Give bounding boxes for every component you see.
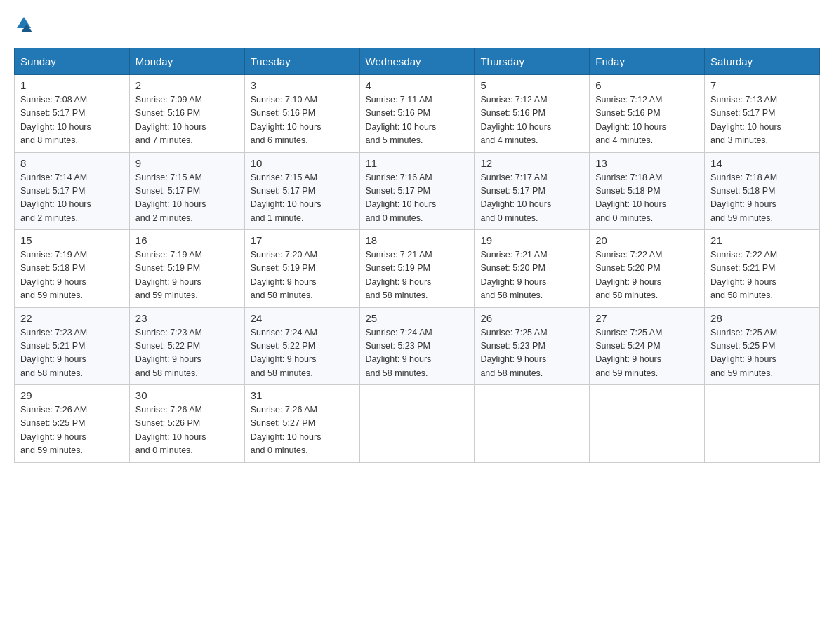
calendar-cell: 24 Sunrise: 7:24 AMSunset: 5:22 PMDaylig… bbox=[244, 307, 359, 385]
day-number: 29 bbox=[20, 389, 124, 401]
day-number: 10 bbox=[251, 157, 354, 169]
day-number: 2 bbox=[135, 79, 239, 91]
day-number: 4 bbox=[366, 79, 469, 91]
day-info: Sunrise: 7:15 AMSunset: 5:17 PMDaylight:… bbox=[251, 173, 322, 223]
day-number: 15 bbox=[20, 234, 124, 246]
day-number: 11 bbox=[366, 157, 469, 169]
calendar-cell: 6 Sunrise: 7:12 AMSunset: 5:16 PMDayligh… bbox=[590, 75, 705, 153]
day-info: Sunrise: 7:19 AMSunset: 5:18 PMDaylight:… bbox=[20, 250, 87, 300]
calendar-body: 1 Sunrise: 7:08 AMSunset: 5:17 PMDayligh… bbox=[15, 75, 820, 463]
day-number: 19 bbox=[480, 234, 583, 246]
day-info: Sunrise: 7:21 AMSunset: 5:20 PMDaylight:… bbox=[480, 250, 547, 300]
calendar-cell: 17 Sunrise: 7:20 AMSunset: 5:19 PMDaylig… bbox=[244, 230, 359, 308]
calendar-week-2: 8 Sunrise: 7:14 AMSunset: 5:17 PMDayligh… bbox=[15, 152, 820, 230]
day-number: 7 bbox=[710, 79, 814, 91]
day-info: Sunrise: 7:21 AMSunset: 5:19 PMDaylight:… bbox=[366, 250, 432, 300]
calendar-week-3: 15 Sunrise: 7:19 AMSunset: 5:18 PMDaylig… bbox=[15, 230, 820, 308]
day-number: 5 bbox=[480, 79, 583, 91]
day-info: Sunrise: 7:22 AMSunset: 5:20 PMDaylight:… bbox=[595, 250, 662, 300]
day-info: Sunrise: 7:26 AMSunset: 5:26 PMDaylight:… bbox=[135, 405, 206, 455]
day-info: Sunrise: 7:19 AMSunset: 5:19 PMDaylight:… bbox=[135, 250, 202, 300]
day-number: 17 bbox=[251, 234, 354, 246]
day-info: Sunrise: 7:17 AMSunset: 5:17 PMDaylight:… bbox=[480, 173, 551, 223]
calendar-cell: 25 Sunrise: 7:24 AMSunset: 5:23 PMDaylig… bbox=[359, 307, 475, 385]
day-number: 12 bbox=[480, 157, 583, 169]
calendar-cell: 4 Sunrise: 7:11 AMSunset: 5:16 PMDayligh… bbox=[359, 75, 475, 153]
header-monday: Monday bbox=[129, 48, 244, 75]
day-info: Sunrise: 7:23 AMSunset: 5:22 PMDaylight:… bbox=[135, 328, 202, 378]
calendar-cell bbox=[705, 385, 820, 463]
calendar-cell: 13 Sunrise: 7:18 AMSunset: 5:18 PMDaylig… bbox=[590, 152, 705, 230]
calendar-cell bbox=[475, 385, 590, 463]
day-info: Sunrise: 7:23 AMSunset: 5:21 PMDaylight:… bbox=[20, 328, 87, 378]
day-number: 30 bbox=[135, 389, 239, 401]
day-number: 13 bbox=[595, 157, 699, 169]
day-info: Sunrise: 7:26 AMSunset: 5:25 PMDaylight:… bbox=[20, 405, 87, 455]
day-number: 1 bbox=[20, 79, 124, 91]
day-number: 9 bbox=[135, 157, 239, 169]
calendar-cell: 5 Sunrise: 7:12 AMSunset: 5:16 PMDayligh… bbox=[475, 75, 590, 153]
day-number: 6 bbox=[595, 79, 699, 91]
day-number: 23 bbox=[135, 312, 239, 324]
day-info: Sunrise: 7:24 AMSunset: 5:23 PMDaylight:… bbox=[366, 328, 432, 378]
day-number: 28 bbox=[710, 312, 814, 324]
day-info: Sunrise: 7:12 AMSunset: 5:16 PMDaylight:… bbox=[480, 95, 551, 145]
day-info: Sunrise: 7:25 AMSunset: 5:25 PMDaylight:… bbox=[710, 328, 777, 378]
calendar-cell: 9 Sunrise: 7:15 AMSunset: 5:17 PMDayligh… bbox=[129, 152, 244, 230]
calendar-cell: 29 Sunrise: 7:26 AMSunset: 5:25 PMDaylig… bbox=[15, 385, 130, 463]
day-info: Sunrise: 7:13 AMSunset: 5:17 PMDaylight:… bbox=[710, 95, 781, 145]
day-info: Sunrise: 7:15 AMSunset: 5:17 PMDaylight:… bbox=[135, 173, 206, 223]
day-number: 8 bbox=[20, 157, 124, 169]
day-number: 3 bbox=[251, 79, 354, 91]
calendar-cell: 27 Sunrise: 7:25 AMSunset: 5:24 PMDaylig… bbox=[590, 307, 705, 385]
day-info: Sunrise: 7:16 AMSunset: 5:17 PMDaylight:… bbox=[366, 173, 437, 223]
calendar-cell: 22 Sunrise: 7:23 AMSunset: 5:21 PMDaylig… bbox=[15, 307, 130, 385]
header-friday: Friday bbox=[590, 48, 705, 75]
calendar-cell: 28 Sunrise: 7:25 AMSunset: 5:25 PMDaylig… bbox=[705, 307, 820, 385]
day-number: 21 bbox=[710, 234, 814, 246]
calendar-cell: 11 Sunrise: 7:16 AMSunset: 5:17 PMDaylig… bbox=[359, 152, 475, 230]
day-info: Sunrise: 7:18 AMSunset: 5:18 PMDaylight:… bbox=[595, 173, 666, 223]
day-number: 14 bbox=[710, 157, 814, 169]
calendar-cell bbox=[590, 385, 705, 463]
day-info: Sunrise: 7:14 AMSunset: 5:17 PMDaylight:… bbox=[20, 173, 91, 223]
day-number: 24 bbox=[251, 312, 354, 324]
day-info: Sunrise: 7:25 AMSunset: 5:24 PMDaylight:… bbox=[595, 328, 662, 378]
calendar-cell: 26 Sunrise: 7:25 AMSunset: 5:23 PMDaylig… bbox=[475, 307, 590, 385]
day-info: Sunrise: 7:20 AMSunset: 5:19 PMDaylight:… bbox=[251, 250, 317, 300]
calendar-cell bbox=[359, 385, 475, 463]
calendar-cell: 14 Sunrise: 7:18 AMSunset: 5:18 PMDaylig… bbox=[705, 152, 820, 230]
day-info: Sunrise: 7:12 AMSunset: 5:16 PMDaylight:… bbox=[595, 95, 666, 145]
day-info: Sunrise: 7:10 AMSunset: 5:16 PMDaylight:… bbox=[251, 95, 322, 145]
header-thursday: Thursday bbox=[475, 48, 590, 75]
logo-icon bbox=[14, 14, 34, 34]
day-number: 25 bbox=[366, 312, 469, 324]
calendar-week-1: 1 Sunrise: 7:08 AMSunset: 5:17 PMDayligh… bbox=[15, 75, 820, 153]
day-number: 31 bbox=[251, 389, 354, 401]
day-info: Sunrise: 7:11 AMSunset: 5:16 PMDaylight:… bbox=[366, 95, 437, 145]
calendar-cell: 18 Sunrise: 7:21 AMSunset: 5:19 PMDaylig… bbox=[359, 230, 475, 308]
header-saturday: Saturday bbox=[705, 48, 820, 75]
calendar-cell: 12 Sunrise: 7:17 AMSunset: 5:17 PMDaylig… bbox=[475, 152, 590, 230]
calendar-cell: 23 Sunrise: 7:23 AMSunset: 5:22 PMDaylig… bbox=[129, 307, 244, 385]
calendar-cell: 15 Sunrise: 7:19 AMSunset: 5:18 PMDaylig… bbox=[15, 230, 130, 308]
calendar-cell: 8 Sunrise: 7:14 AMSunset: 5:17 PMDayligh… bbox=[15, 152, 130, 230]
calendar-cell: 19 Sunrise: 7:21 AMSunset: 5:20 PMDaylig… bbox=[475, 230, 590, 308]
calendar-week-5: 29 Sunrise: 7:26 AMSunset: 5:25 PMDaylig… bbox=[15, 385, 820, 463]
calendar-header: Sunday Monday Tuesday Wednesday Thursday… bbox=[15, 48, 820, 75]
calendar-cell: 3 Sunrise: 7:10 AMSunset: 5:16 PMDayligh… bbox=[244, 75, 359, 153]
day-info: Sunrise: 7:08 AMSunset: 5:17 PMDaylight:… bbox=[20, 95, 91, 145]
day-info: Sunrise: 7:18 AMSunset: 5:18 PMDaylight:… bbox=[710, 173, 777, 223]
day-number: 18 bbox=[366, 234, 469, 246]
calendar-week-4: 22 Sunrise: 7:23 AMSunset: 5:21 PMDaylig… bbox=[15, 307, 820, 385]
day-info: Sunrise: 7:25 AMSunset: 5:23 PMDaylight:… bbox=[480, 328, 547, 378]
calendar-table: Sunday Monday Tuesday Wednesday Thursday… bbox=[14, 48, 820, 463]
day-number: 22 bbox=[20, 312, 124, 324]
day-info: Sunrise: 7:24 AMSunset: 5:22 PMDaylight:… bbox=[251, 328, 317, 378]
header-tuesday: Tuesday bbox=[244, 48, 359, 75]
day-info: Sunrise: 7:26 AMSunset: 5:27 PMDaylight:… bbox=[251, 405, 322, 455]
calendar-cell: 1 Sunrise: 7:08 AMSunset: 5:17 PMDayligh… bbox=[15, 75, 130, 153]
calendar-cell: 31 Sunrise: 7:26 AMSunset: 5:27 PMDaylig… bbox=[244, 385, 359, 463]
header-sunday: Sunday bbox=[15, 48, 130, 75]
svg-marker-0 bbox=[17, 17, 31, 28]
